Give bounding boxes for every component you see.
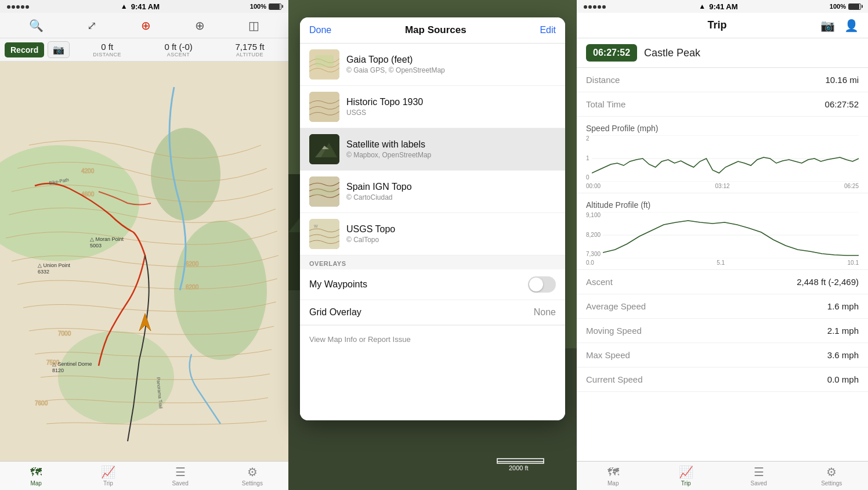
total-time-value: 06:27:52 bbox=[825, 99, 859, 109]
map-panel: ▲ 9:41 AM 100% 🔍 ⤢ ⊕ ⊕ ◫ Record 📷 0 ft D… bbox=[0, 0, 288, 490]
altitude-value: 7,175 ft bbox=[216, 42, 284, 52]
camera-icon-trip[interactable]: 📷 bbox=[820, 19, 835, 33]
svg-rect-43 bbox=[312, 188, 337, 195]
source-usgs-topo[interactable]: W USGS Topo © CalTopo bbox=[300, 213, 565, 255]
alt-y-high: 9,100 bbox=[586, 212, 601, 218]
tab-saved[interactable]: ☰ Saved bbox=[144, 462, 216, 490]
overlay-grid[interactable]: Grid Overlay None bbox=[300, 300, 565, 325]
source-historic-thumb bbox=[309, 92, 339, 122]
map-tab-icon: 🗺 bbox=[30, 466, 42, 479]
wifi-icon: ▲ bbox=[121, 2, 128, 10]
timer-badge: 06:27:52 bbox=[586, 44, 637, 62]
source-gaia-sub: © Gaia GPS, © OpenStreetMap bbox=[346, 66, 556, 74]
altitude-chart-title: Altitude Profile (ft) bbox=[586, 200, 859, 210]
speed-x-labels: 00:00 03:12 06:25 bbox=[586, 182, 859, 193]
tab-settings-trip[interactable]: ⚙ Settings bbox=[795, 462, 869, 490]
speed-chart-svg bbox=[592, 135, 859, 182]
moving-speed-label: Moving Speed bbox=[586, 326, 642, 336]
max-speed-value: 3.6 mph bbox=[827, 350, 859, 360]
source-spain-ign[interactable]: Spain IGN Topo © CartoCiudad bbox=[300, 171, 565, 213]
tab-map[interactable]: 🗺 Map bbox=[0, 462, 72, 490]
trip-header: Trip 📷 👤 bbox=[577, 13, 868, 38]
speed-y-2: 2 bbox=[586, 135, 589, 142]
battery-pct-trip: 100% bbox=[830, 3, 846, 10]
modal-header: Done Map Sources Edit bbox=[300, 17, 565, 44]
overlays-section-label: OVERLAYS bbox=[300, 255, 565, 269]
edit-button[interactable]: Edit bbox=[540, 25, 556, 35]
svg-text:△ Sentinel Dome: △ Sentinel Dome bbox=[52, 361, 92, 367]
tab-trip-label: Trip bbox=[103, 480, 113, 487]
record-button[interactable]: Record bbox=[5, 42, 44, 57]
source-usgs-thumb: W bbox=[309, 219, 339, 249]
profile-icon-trip[interactable]: 👤 bbox=[844, 19, 859, 33]
trip-header-icons: 📷 👤 bbox=[820, 19, 859, 33]
grid-value: None bbox=[534, 307, 556, 318]
speed-y-0: 0 bbox=[586, 174, 589, 181]
signal-dots bbox=[7, 2, 30, 10]
gps-target-icon[interactable]: ⊕ bbox=[141, 19, 151, 33]
max-speed-label: Max Speed bbox=[586, 350, 630, 360]
source-historic-topo[interactable]: Historic Topo 1930 USGS bbox=[300, 86, 565, 128]
source-gaia-thumb bbox=[309, 49, 339, 80]
waypoints-toggle[interactable] bbox=[528, 276, 556, 293]
speed-chart-title: Speed Profile (mph) bbox=[586, 124, 859, 133]
topo-map-svg: 4200 4600 6200 6200 7000 7500 7600 △ Mor… bbox=[0, 62, 288, 461]
saved-tab-icon-t: ☰ bbox=[754, 465, 764, 479]
speed-x-0: 00:00 bbox=[586, 183, 601, 189]
svg-text:8120: 8120 bbox=[52, 368, 64, 373]
toggle-knob bbox=[529, 278, 543, 291]
trip-tab-icon-t: 📈 bbox=[679, 465, 693, 479]
source-gaia-topo[interactable]: Gaia Topo (feet) © Gaia GPS, © OpenStree… bbox=[300, 44, 565, 86]
saved-tab-icon: ☰ bbox=[175, 465, 186, 479]
tab-settings[interactable]: ⚙ Settings bbox=[216, 462, 288, 490]
trip-title: Trip bbox=[614, 19, 820, 31]
svg-text:5003: 5003 bbox=[90, 243, 102, 248]
altitude-chart-section: Altitude Profile (ft) 9,100 8,200 7,300 bbox=[577, 193, 868, 270]
total-time-row: Total Time 06:27:52 bbox=[577, 92, 868, 117]
trip-timer-row: 06:27:52 Castle Peak bbox=[577, 38, 868, 68]
tab-settings-label: Settings bbox=[242, 480, 263, 487]
map-toolbar: 🔍 ⤢ ⊕ ⊕ ◫ bbox=[0, 13, 288, 38]
source-gaia-name: Gaia Topo (feet) bbox=[346, 55, 556, 65]
tab-bar-trip: 🗺 Map 📈 Trip ☰ Saved ⚙ Settings bbox=[577, 461, 868, 490]
tab-trip-trip[interactable]: 📈 Trip bbox=[650, 462, 723, 490]
source-satellite[interactable]: Satellite with labels © Mapbox, OpenStre… bbox=[300, 128, 565, 171]
alt-x-1: 5.1 bbox=[717, 260, 725, 266]
alt-x-2: 10.1 bbox=[848, 260, 859, 266]
search-icon[interactable]: 🔍 bbox=[29, 19, 44, 33]
distance-stat: 0 ft DISTANCE bbox=[73, 42, 141, 57]
signal-dots-trip bbox=[584, 2, 607, 10]
avg-speed-label: Average Speed bbox=[586, 301, 646, 311]
ascent-row: Ascent 2,448 ft (-2,469) bbox=[577, 270, 868, 294]
distance-value: 0 ft bbox=[73, 42, 141, 52]
source-satellite-info: Satellite with labels © Mapbox, OpenStre… bbox=[346, 139, 556, 159]
tab-saved-trip[interactable]: ☰ Saved bbox=[722, 462, 795, 490]
status-right-trip: 100% bbox=[830, 3, 861, 10]
source-satellite-thumb bbox=[309, 134, 339, 164]
map-tab-icon-t: 🗺 bbox=[607, 466, 619, 479]
record-bar: Record 📷 0 ft DISTANCE 0 ft (-0) ASCENT … bbox=[0, 38, 288, 62]
map-view[interactable]: 4200 4600 6200 6200 7000 7500 7600 △ Mor… bbox=[0, 62, 288, 461]
wifi-icon-trip: ▲ bbox=[699, 2, 706, 10]
camera-button[interactable]: 📷 bbox=[48, 41, 70, 58]
tab-saved-label: Saved bbox=[172, 480, 188, 487]
map-info-link[interactable]: View Map Info or Report Issue bbox=[309, 335, 411, 344]
distance-stat-label: Distance bbox=[586, 75, 620, 85]
speed-x-1: 03:12 bbox=[715, 183, 729, 189]
expand-icon[interactable]: ⤢ bbox=[87, 19, 97, 33]
done-button[interactable]: Done bbox=[309, 25, 331, 35]
settings-tab-icon: ⚙ bbox=[247, 465, 258, 479]
source-spain-sub: © CartoCiudad bbox=[346, 193, 556, 201]
tab-map-trip[interactable]: 🗺 Map bbox=[577, 462, 650, 490]
tab-settings-label-t: Settings bbox=[821, 480, 842, 487]
alt-x-0: 0.0 bbox=[586, 260, 594, 266]
tab-trip[interactable]: 📈 Trip bbox=[72, 462, 144, 490]
add-waypoint-icon[interactable]: ⊕ bbox=[195, 19, 205, 33]
layers-icon[interactable]: ◫ bbox=[248, 19, 259, 33]
status-time-trip: 9:41 AM bbox=[709, 2, 737, 11]
status-right: 100% bbox=[250, 3, 281, 10]
tab-saved-label-t: Saved bbox=[751, 480, 767, 487]
altitude-chart-container bbox=[603, 212, 859, 258]
battery-icon bbox=[269, 3, 281, 10]
ascent-stat: 0 ft (-0) ASCENT bbox=[144, 42, 212, 57]
